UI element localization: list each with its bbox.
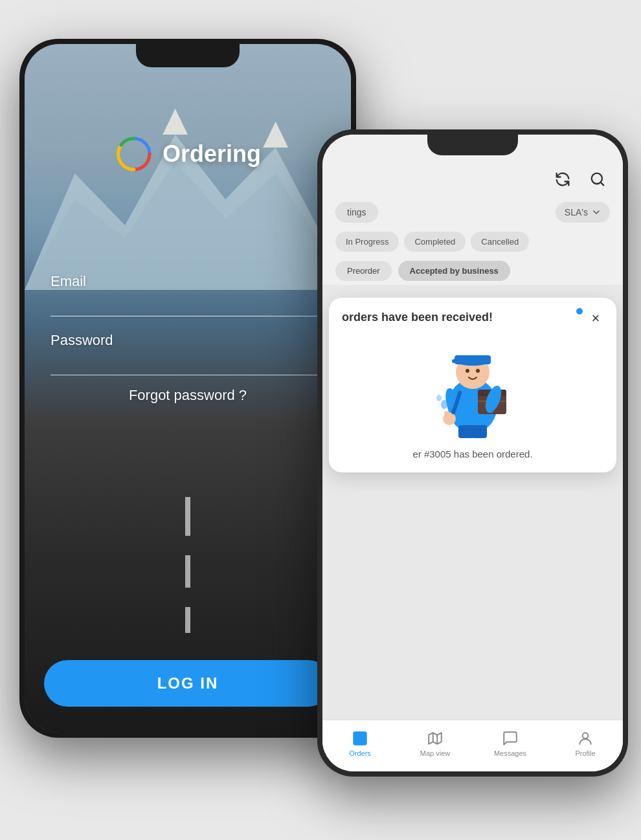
login-button[interactable]: LOG IN bbox=[44, 660, 332, 707]
notification-modal: × orders have been received! bbox=[329, 298, 616, 472]
phone-notch bbox=[136, 44, 240, 67]
map-icon bbox=[427, 730, 444, 747]
svg-point-23 bbox=[436, 395, 442, 401]
refresh-icon bbox=[554, 170, 572, 188]
phone-login-inner: Ordering Email Password Forgot password … bbox=[25, 44, 351, 733]
phone-orders: tings SLA's In Progress Completed Cancel… bbox=[317, 129, 628, 777]
modal-illustration bbox=[342, 335, 603, 438]
modal-dot bbox=[576, 308, 583, 315]
orders-icon bbox=[352, 730, 368, 747]
status-tabs: In Progress Completed Cancelled bbox=[322, 227, 623, 257]
login-form: Email Password bbox=[25, 264, 351, 375]
road-line bbox=[185, 607, 190, 633]
search-button[interactable] bbox=[585, 167, 610, 192]
phone-orders-inner: tings SLA's In Progress Completed Cancel… bbox=[322, 135, 623, 771]
refresh-button[interactable] bbox=[550, 167, 575, 192]
password-field[interactable]: Password bbox=[51, 323, 325, 375]
search-icon bbox=[589, 170, 607, 188]
orders-content: × orders have been received! bbox=[322, 285, 623, 720]
svg-point-22 bbox=[441, 400, 447, 409]
modal-title: orders have been received! bbox=[342, 311, 603, 324]
svg-point-5 bbox=[592, 173, 602, 184]
svg-point-11 bbox=[466, 369, 469, 373]
road-line bbox=[185, 555, 190, 588]
road-line bbox=[185, 497, 190, 536]
tab-in-progress[interactable]: In Progress bbox=[335, 232, 399, 252]
tab-completed[interactable]: Completed bbox=[404, 232, 466, 252]
email-label: Email bbox=[51, 273, 325, 290]
bottom-navigation: Orders Map view Messages bbox=[322, 720, 623, 771]
email-input[interactable] bbox=[51, 290, 325, 309]
sla-dropdown[interactable]: SLA's bbox=[556, 202, 610, 223]
svg-point-12 bbox=[476, 369, 480, 373]
filter-row: tings SLA's bbox=[322, 198, 623, 227]
nav-map-view[interactable]: Map view bbox=[398, 730, 473, 757]
chip-preorder[interactable]: Preorder bbox=[335, 261, 392, 281]
email-field[interactable]: Email bbox=[51, 264, 325, 316]
svg-rect-21 bbox=[448, 414, 452, 420]
app-title: Ordering bbox=[163, 140, 261, 168]
filter-tab-settings[interactable]: tings bbox=[335, 202, 378, 223]
modal-subtitle: er #3005 has been ordered. bbox=[342, 448, 603, 459]
svg-marker-2 bbox=[163, 109, 188, 135]
svg-rect-10 bbox=[452, 359, 462, 363]
phone-login: Ordering Email Password Forgot password … bbox=[19, 39, 356, 738]
nav-profile[interactable]: Profile bbox=[548, 730, 623, 757]
chevron-down-icon bbox=[592, 208, 601, 217]
tab-cancelled[interactable]: Cancelled bbox=[471, 232, 529, 252]
forgot-password-link[interactable]: Forgot password ? bbox=[25, 387, 351, 404]
chip-accepted-by-business[interactable]: Accepted by business bbox=[398, 261, 510, 281]
ordering-logo-icon bbox=[115, 135, 153, 173]
svg-rect-25 bbox=[471, 425, 487, 438]
nav-orders[interactable]: Orders bbox=[322, 730, 398, 757]
nav-messages[interactable]: Messages bbox=[473, 730, 548, 757]
messages-icon bbox=[502, 730, 519, 747]
substatus-row: Preorder Accepted by business bbox=[322, 257, 623, 285]
phone2-notch bbox=[427, 135, 518, 155]
profile-icon bbox=[577, 730, 594, 747]
mountain-background bbox=[25, 96, 351, 290]
modal-close-button[interactable]: × bbox=[585, 308, 606, 329]
password-input[interactable] bbox=[51, 349, 325, 368]
delivery-person-icon bbox=[421, 335, 524, 438]
password-label: Password bbox=[51, 332, 325, 349]
svg-point-32 bbox=[583, 733, 589, 738]
logo-area: Ordering bbox=[25, 135, 351, 173]
